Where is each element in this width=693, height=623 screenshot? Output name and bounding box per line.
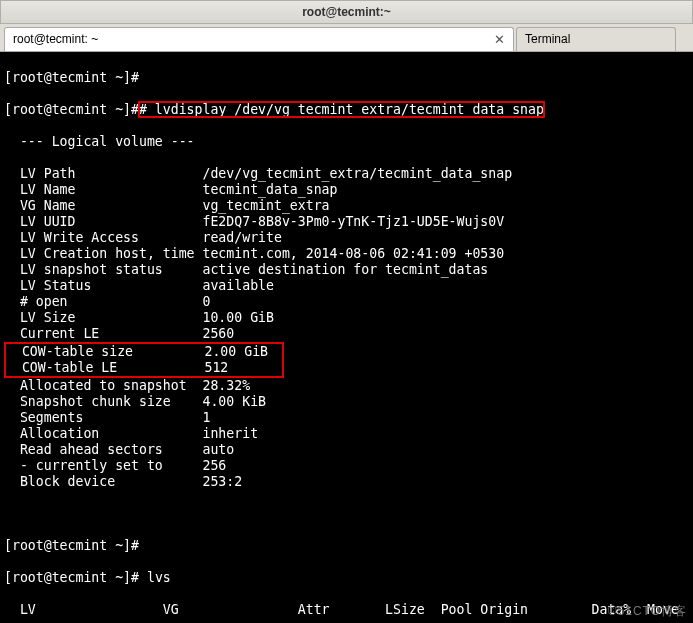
tab-terminal[interactable]: Terminal [516,27,676,51]
lv-row: - currently set to 256 [4,458,689,474]
lv-row: LV UUID fE2DQ7-8B8v-3Pm0-yTnK-Tjz1-UD5E-… [4,214,689,230]
lv-row: Allocated to snapshot 28.32% [4,378,689,394]
lv-row: Read ahead sectors auto [4,442,689,458]
lv-row: Block device 253:2 [4,474,689,490]
lv-row: LV Path /dev/vg_tecmint_extra/tecmint_da… [4,166,689,182]
lv-row: LV Status available [4,278,689,294]
lv-header: --- Logical volume --- [4,134,689,150]
tab-active[interactable]: root@tecmint: ~ ✕ [4,27,514,51]
lvs-header: LV VG Attr LSize Pool Origin Data% Move [4,602,689,618]
command-lvs: lvs [147,570,171,585]
command-lvdisplay: # lvdisplay /dev/vg_tecmint_extra/tecmin… [139,102,544,117]
lv-row: LV snapshot status active destination fo… [4,262,689,278]
lv-row: Snapshot chunk size 4.00 KiB [4,394,689,410]
lv-row: VG Name vg_tecmint_extra [4,198,689,214]
prompt: [root@tecmint ~]# [4,538,139,553]
lv-row: Current LE 2560 [4,326,689,342]
lv-row: # open 0 [4,294,689,310]
cow-highlight: COW-table size 2.00 GiB COW-table LE 512 [4,342,284,378]
lv-row: COW-table size 2.00 GiB [6,344,282,360]
watermark: ©51CTO博客 [608,603,687,619]
tab-label: Terminal [525,32,570,46]
prompt: [root@tecmint ~]# [4,70,139,85]
lv-row: LV Name tecmint_data_snap [4,182,689,198]
lv-row: LV Creation host, time tecmint.com, 2014… [4,246,689,262]
terminal-output[interactable]: [root@tecmint ~]# [root@tecmint ~]## lvd… [0,52,693,623]
lv-row: LV Size 10.00 GiB [4,310,689,326]
lv-row: Segments 1 [4,410,689,426]
tab-bar: root@tecmint: ~ ✕ Terminal [0,24,693,52]
window-titlebar: root@tecmint:~ [0,0,693,24]
lv-row: COW-table LE 512 [6,360,282,376]
close-icon[interactable]: ✕ [494,32,505,47]
lv-row: LV Write Access read/write [4,230,689,246]
prompt: [root@tecmint ~]# [4,102,139,117]
window-title: root@tecmint:~ [302,5,391,19]
lv-row: Allocation inherit [4,426,689,442]
prompt: [root@tecmint ~]# [4,570,139,585]
tab-label: root@tecmint: ~ [13,32,98,46]
